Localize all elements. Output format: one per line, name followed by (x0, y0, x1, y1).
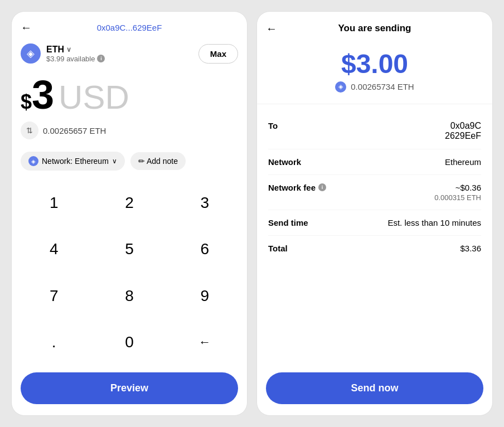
send-time-value: Est. less than 10 minutes (387, 218, 481, 227)
send-time-label: Send time (268, 218, 308, 227)
network-row: ◈ Network: Ethereum ∨ ✏ Add note (12, 146, 247, 179)
add-note-button[interactable]: ✏ Add note (130, 152, 186, 170)
backspace-key[interactable]: ← (167, 319, 243, 366)
right-panel-title: You are sending (338, 23, 411, 34)
currency-label: USD (59, 81, 129, 114)
send-amount-usd: $3.00 (341, 50, 408, 79)
fee-info-icon[interactable]: i (318, 183, 326, 191)
key-dot[interactable]: . (16, 319, 91, 366)
fee-usd: ~$0.36 (434, 183, 481, 192)
right-back-button[interactable]: ← (266, 22, 277, 35)
total-label: Total (268, 244, 288, 253)
fee-row: Network fee i ~$0.36 0.000315 ETH (268, 175, 481, 210)
key-4[interactable]: 4 (16, 226, 91, 273)
fee-label: Network fee i (268, 183, 326, 192)
eth-equivalent-row: ⇅ 0.00265657 ETH (12, 117, 247, 146)
network-row: Network Ethereum (268, 149, 481, 175)
preview-btn-container: Preview (12, 366, 247, 415)
send-time-row: Send time Est. less than 10 minutes (268, 210, 481, 236)
dollar-sign: $ (21, 90, 32, 114)
fee-label-text: Network fee (268, 183, 316, 192)
left-header: ← 0x0a9C...629EeF (12, 12, 247, 39)
key-1[interactable]: 1 (16, 179, 91, 226)
key-7[interactable]: 7 (16, 273, 91, 319)
right-header: ← You are sending (257, 12, 492, 41)
eth-equivalent-text: 0.00265657 ETH (43, 126, 106, 135)
balance-text: $3.99 available (46, 55, 95, 63)
eth-logo-icon: ◈ (21, 43, 41, 64)
total-row: Total $3.36 (268, 236, 481, 261)
network-eth-icon: ◈ (28, 156, 38, 166)
preview-button[interactable]: Preview (21, 372, 238, 404)
token-details: ETH ∨ $3.99 available i (46, 45, 105, 63)
network-label: Network: Ethereum (42, 157, 109, 166)
fee-eth: 0.000315 ETH (434, 193, 481, 202)
token-name-label: ETH (46, 45, 64, 55)
key-3[interactable]: 3 (167, 179, 243, 226)
wallet-address: 0x0a9C...629EeF (97, 23, 162, 32)
token-info: ◈ ETH ∨ $3.99 available i (21, 43, 105, 64)
send-amount-section: $3.00 ◈ 0.00265734 ETH (257, 41, 492, 104)
network-selector-button[interactable]: ◈ Network: Ethereum ∨ (21, 152, 125, 171)
amount-display: $ 3 USD (12, 70, 247, 117)
send-eth-amount: 0.00265734 ETH (351, 82, 414, 91)
amount-number: 3 (32, 75, 54, 115)
network-detail-value: Ethereum (445, 157, 481, 167)
balance-info-icon[interactable]: i (97, 55, 105, 62)
send-now-button[interactable]: Send now (266, 372, 483, 404)
to-label: To (268, 121, 278, 130)
fee-value-block: ~$0.36 0.000315 ETH (434, 183, 481, 202)
key-2[interactable]: 2 (91, 179, 167, 226)
key-9[interactable]: 9 (167, 273, 243, 319)
to-row: To 0x0a9C 2629EeF (268, 113, 481, 149)
token-balance: $3.99 available i (46, 55, 105, 63)
network-detail-label: Network (268, 157, 301, 167)
keypad: 1 2 3 4 5 6 7 8 9 . 0 ← (12, 179, 247, 366)
transaction-details: To 0x0a9C 2629EeF Network Ethereum Netwo… (257, 104, 492, 366)
max-button[interactable]: Max (198, 44, 238, 64)
key-8[interactable]: 8 (91, 273, 167, 319)
network-chevron-icon: ∨ (112, 157, 117, 165)
to-address: 0x0a9C 2629EeF (445, 121, 481, 141)
total-value: $3.36 (460, 244, 481, 253)
key-5[interactable]: 5 (91, 226, 167, 273)
key-0[interactable]: 0 (91, 319, 167, 366)
swap-icon[interactable]: ⇅ (21, 122, 38, 139)
add-note-label: ✏ Add note (138, 157, 178, 166)
to-address-line1: 0x0a9C (445, 121, 481, 131)
left-back-button[interactable]: ← (21, 21, 32, 34)
send-eth-icon: ◈ (335, 81, 346, 93)
send-eth-row: ◈ 0.00265734 ETH (335, 81, 414, 93)
token-chevron-icon: ∨ (66, 46, 71, 54)
token-selector[interactable]: ETH ∨ (46, 45, 105, 55)
send-btn-container: Send now (257, 366, 492, 415)
key-6[interactable]: 6 (167, 226, 243, 273)
to-address-line2: 2629EeF (445, 131, 481, 141)
token-row: ◈ ETH ∨ $3.99 available i Max (12, 39, 247, 70)
